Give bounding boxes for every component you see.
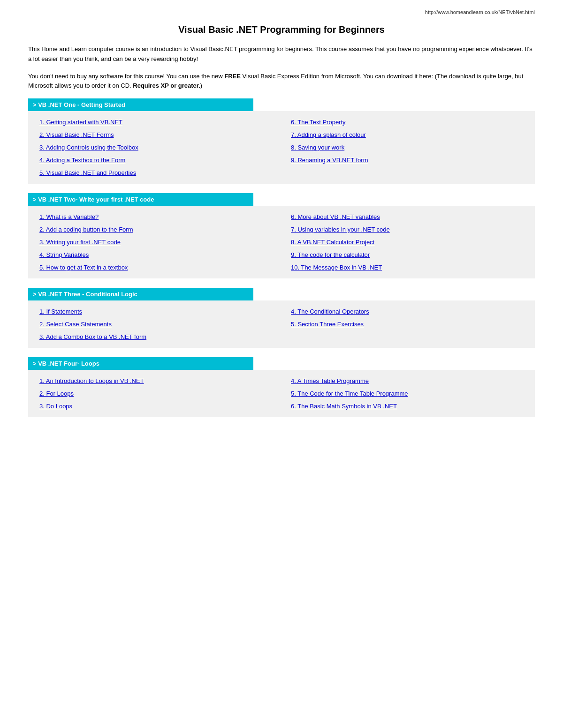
list-item: 5. Section Three Exercises [282, 318, 525, 330]
list-item: 4. String Variables [38, 248, 282, 261]
section-two: > VB .NET Two- Write your first .NET cod… [28, 193, 535, 278]
link-two-right-1[interactable]: 7. Using variables in your .NET code [291, 226, 390, 233]
list-item: 5. Visual Basic .NET and Properties [38, 166, 282, 179]
list-item: 3. Writing your first .NET code [38, 236, 282, 248]
link-three-right-1[interactable]: 5. Section Three Exercises [291, 321, 364, 328]
list-item: 4. The Conditional Operators [282, 305, 525, 318]
link-three-left-0[interactable]: 1. If Statements [39, 308, 82, 315]
section-three-right-col: 4. The Conditional Operators5. Section T… [282, 305, 525, 343]
section-two-left-col: 1. What is a Variable?2. Add a coding bu… [38, 210, 282, 274]
list-item: 10. The Message Box in VB .NET [282, 261, 525, 274]
section-four-right-col: 4. A Times Table Programme5. The Code fo… [282, 375, 525, 413]
section-header-two: > VB .NET Two- Write your first .NET cod… [28, 193, 253, 206]
link-four-left-1[interactable]: 2. For Loops [39, 390, 74, 397]
section-four-left-col: 1. An Introduction to Loops in VB .NET2.… [38, 375, 282, 413]
link-one-left-1[interactable]: 2. Visual Basic .NET Forms [39, 131, 114, 138]
section-content-one: 1. Getting started with VB.NET2. Visual … [28, 111, 535, 184]
section-three: > VB .NET Three - Conditional Logic1. If… [28, 288, 535, 348]
intro-paragraph-1: This Home and Learn computer course is a… [28, 45, 535, 64]
list-item: 8. A VB.NET Calculator Project [282, 236, 525, 248]
link-two-left-1[interactable]: 2. Add a coding button to the Form [39, 226, 133, 233]
section-one: > VB .NET One - Getting Started1. Gettin… [28, 98, 535, 184]
link-two-right-3[interactable]: 9. The code for the calculator [291, 251, 370, 258]
list-item: 1. If Statements [38, 305, 282, 318]
link-one-right-3[interactable]: 9. Renaming a VB.NET form [291, 157, 368, 164]
list-item: 2. Select Case Statements [38, 318, 282, 330]
link-four-right-0[interactable]: 4. A Times Table Programme [291, 377, 369, 384]
link-two-left-0[interactable]: 1. What is a Variable? [39, 213, 99, 220]
link-two-left-4[interactable]: 5. How to get at Text in a textbox [39, 264, 128, 271]
list-item: 3. Do Loops [38, 400, 282, 413]
list-item: 2. Add a coding button to the Form [38, 223, 282, 236]
link-two-right-4[interactable]: 10. The Message Box in VB .NET [291, 264, 382, 271]
list-item: 3. Add a Combo Box to a VB .NET form [38, 330, 282, 343]
link-two-left-2[interactable]: 3. Writing your first .NET code [39, 239, 121, 246]
list-item: 8. Saving your work [282, 141, 525, 154]
list-item: 2. Visual Basic .NET Forms [38, 128, 282, 141]
link-one-right-1[interactable]: 7. Adding a splash of colour [291, 131, 366, 138]
list-item: 3. Adding Controls using the Toolbox [38, 141, 282, 154]
section-content-four: 1. An Introduction to Loops in VB .NET2.… [28, 370, 535, 417]
list-item: 4. Adding a Textbox to the Form [38, 154, 282, 166]
url-bar: http://www.homeandlearn.co.uk/NET/vbNet.… [28, 9, 535, 15]
link-two-right-0[interactable]: 6. More about VB .NET variables [291, 213, 380, 220]
list-item: 1. An Introduction to Loops in VB .NET [38, 375, 282, 387]
section-two-right-col: 6. More about VB .NET variables7. Using … [282, 210, 525, 274]
link-four-left-2[interactable]: 3. Do Loops [39, 403, 72, 410]
link-one-left-0[interactable]: 1. Getting started with VB.NET [39, 119, 122, 126]
list-item: 9. Renaming a VB.NET form [282, 154, 525, 166]
link-four-right-1[interactable]: 5. The Code for the Time Table Programme [291, 390, 408, 397]
section-header-four: > VB .NET Four- Loops [28, 357, 253, 370]
list-item: 7. Using variables in your .NET code [282, 223, 525, 236]
sections-container: > VB .NET One - Getting Started1. Gettin… [28, 98, 535, 417]
link-two-left-3[interactable]: 4. String Variables [39, 251, 89, 258]
link-one-right-2[interactable]: 8. Saving your work [291, 144, 344, 151]
section-content-two: 1. What is a Variable?2. Add a coding bu… [28, 206, 535, 278]
list-item: 1. Getting started with VB.NET [38, 116, 282, 128]
list-item: 4. A Times Table Programme [282, 375, 525, 387]
list-item: 6. More about VB .NET variables [282, 210, 525, 223]
section-header-one: > VB .NET One - Getting Started [28, 98, 253, 111]
section-content-three: 1. If Statements2. Select Case Statement… [28, 300, 535, 348]
list-item: 2. For Loops [38, 387, 282, 400]
list-item: 5. The Code for the Time Table Programme [282, 387, 525, 400]
list-item: 9. The code for the calculator [282, 248, 525, 261]
link-one-left-3[interactable]: 4. Adding a Textbox to the Form [39, 157, 125, 164]
link-three-left-1[interactable]: 2. Select Case Statements [39, 321, 112, 328]
intro-paragraph-2: You don't need to buy any software for t… [28, 72, 535, 91]
link-three-right-0[interactable]: 4. The Conditional Operators [291, 308, 369, 315]
list-item: 6. The Basic Math Symbols in VB .NET [282, 400, 525, 413]
section-three-left-col: 1. If Statements2. Select Case Statement… [38, 305, 282, 343]
list-item: 7. Adding a splash of colour [282, 128, 525, 141]
section-one-right-col: 6. The Text Property7. Adding a splash o… [282, 116, 525, 179]
link-one-right-0[interactable]: 6. The Text Property [291, 119, 346, 126]
list-item: 1. What is a Variable? [38, 210, 282, 223]
page-title: Visual Basic .NET Programming for Beginn… [28, 24, 535, 35]
link-three-left-2[interactable]: 3. Add a Combo Box to a VB .NET form [39, 333, 146, 340]
section-header-three: > VB .NET Three - Conditional Logic [28, 288, 253, 300]
link-four-right-2[interactable]: 6. The Basic Math Symbols in VB .NET [291, 403, 397, 410]
link-four-left-0[interactable]: 1. An Introduction to Loops in VB .NET [39, 377, 144, 384]
section-one-left-col: 1. Getting started with VB.NET2. Visual … [38, 116, 282, 179]
section-four: > VB .NET Four- Loops1. An Introduction … [28, 357, 535, 417]
list-item: 6. The Text Property [282, 116, 525, 128]
link-one-left-4[interactable]: 5. Visual Basic .NET and Properties [39, 169, 136, 176]
link-two-right-2[interactable]: 8. A VB.NET Calculator Project [291, 239, 374, 246]
list-item: 5. How to get at Text in a textbox [38, 261, 282, 274]
link-one-left-2[interactable]: 3. Adding Controls using the Toolbox [39, 144, 138, 151]
